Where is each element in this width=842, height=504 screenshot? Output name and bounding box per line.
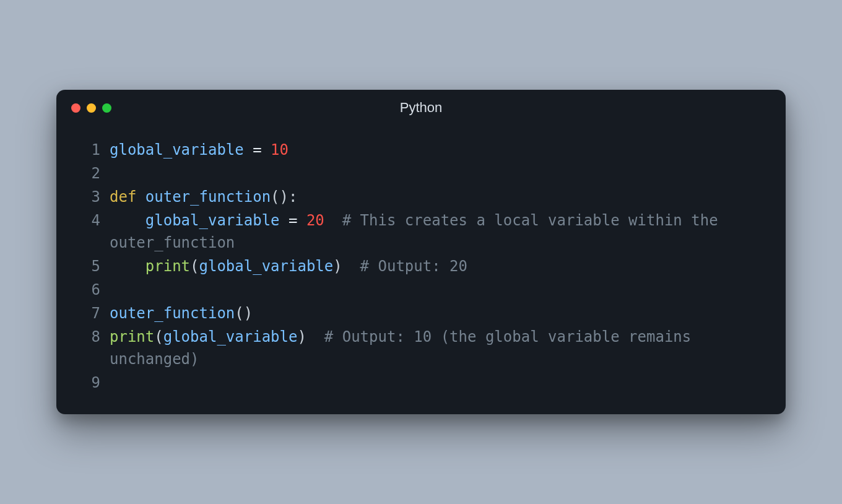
code-src: def outer_function():	[109, 185, 761, 209]
paren: (	[271, 188, 279, 206]
titlebar: Python	[56, 90, 786, 126]
code-src: global_variable = 10	[109, 138, 761, 162]
code-src: global_variable = 20 # This creates a lo…	[109, 209, 761, 254]
line-number: 2	[82, 162, 109, 185]
indent	[110, 258, 145, 275]
number: 20	[306, 212, 324, 229]
space	[324, 212, 342, 229]
function-call: print	[110, 328, 154, 345]
number: 10	[271, 141, 289, 159]
paren: )	[280, 188, 289, 206]
function-call: outer_function	[110, 305, 235, 322]
comment: # Output: 20	[360, 258, 467, 275]
function-call: print	[145, 258, 190, 275]
space	[136, 188, 145, 206]
indent	[110, 212, 145, 229]
code-src: outer_function()	[109, 302, 761, 325]
paren: (	[154, 328, 163, 345]
operator: =	[280, 212, 306, 229]
code-src	[109, 278, 761, 302]
line-number: 1	[82, 138, 109, 162]
space	[306, 328, 324, 345]
keyword: def	[110, 188, 136, 206]
code-line: 3 def outer_function():	[82, 185, 761, 209]
minimize-icon[interactable]	[87, 103, 96, 113]
paren: )	[333, 258, 342, 275]
line-number: 4	[82, 209, 109, 254]
identifier: global_variable	[110, 141, 244, 159]
zoom-icon[interactable]	[102, 103, 111, 113]
line-number: 3	[82, 185, 109, 209]
line-number: 9	[82, 371, 109, 394]
close-icon[interactable]	[71, 103, 80, 113]
function-name: outer_function	[145, 188, 271, 206]
code-line: 8 print(global_variable) # Output: 10 (t…	[82, 325, 761, 371]
code-line: 5 print(global_variable) # Output: 20	[82, 254, 761, 278]
code-line: 9	[82, 371, 761, 394]
code-window: Python 1 global_variable = 10 2 3 def ou…	[56, 90, 786, 414]
code-line: 7 outer_function()	[82, 302, 761, 325]
code-src	[109, 162, 761, 185]
colon: :	[289, 188, 297, 206]
identifier: global_variable	[163, 328, 298, 345]
identifier: global_variable	[145, 212, 280, 229]
code-src: print(global_variable) # Output: 10 (the…	[109, 325, 761, 371]
code-area: 1 global_variable = 10 2 3 def outer_fun…	[56, 126, 786, 394]
stage: Python 1 global_variable = 10 2 3 def ou…	[0, 0, 842, 504]
paren: (	[190, 258, 199, 275]
line-number: 8	[82, 325, 109, 371]
traffic-lights	[56, 103, 111, 113]
code-table: 1 global_variable = 10 2 3 def outer_fun…	[82, 138, 761, 394]
operator: =	[244, 141, 271, 159]
line-number: 7	[82, 302, 109, 325]
paren: )	[297, 328, 306, 345]
code-line: 2	[82, 162, 761, 185]
paren: )	[244, 305, 253, 322]
window-title: Python	[56, 100, 786, 116]
code-src	[109, 371, 761, 394]
code-line: 4 global_variable = 20 # This creates a …	[82, 209, 761, 254]
space	[342, 258, 360, 275]
code-src: print(global_variable) # Output: 20	[109, 254, 761, 278]
line-number: 6	[82, 278, 109, 302]
code-line: 6	[82, 278, 761, 302]
identifier: global_variable	[199, 258, 334, 275]
code-line: 1 global_variable = 10	[82, 138, 761, 162]
paren: (	[235, 305, 243, 322]
line-number: 5	[82, 254, 109, 278]
